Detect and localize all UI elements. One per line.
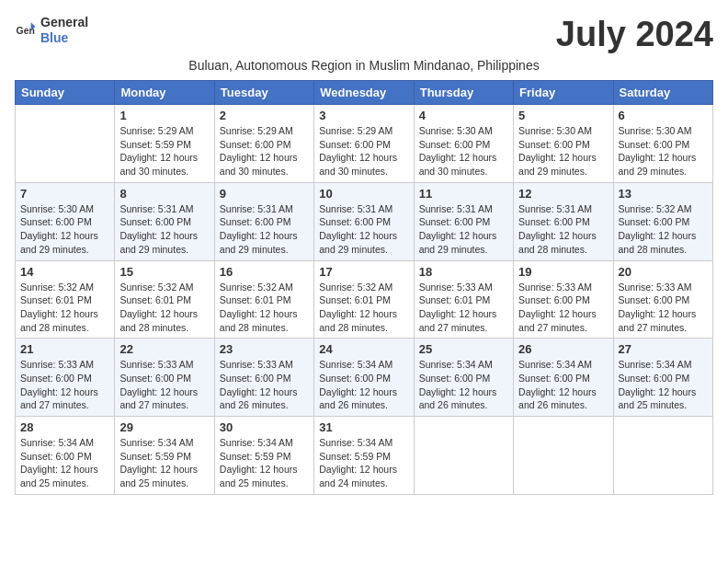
calendar-header-monday: Monday [115, 81, 214, 105]
day-info: Sunrise: 5:34 AM Sunset: 5:59 PM Dayligh… [119, 436, 209, 490]
logo-text: General Blue [40, 15, 88, 46]
day-info: Sunrise: 5:33 AM Sunset: 6:00 PM Dayligh… [119, 358, 209, 412]
page-header: Gen General Blue July 2024 [15, 15, 713, 54]
day-number: 28 [20, 420, 109, 434]
calendar-week-row: 28Sunrise: 5:34 AM Sunset: 6:00 PM Dayli… [16, 417, 713, 495]
calendar-header-saturday: Saturday [613, 81, 712, 105]
day-number: 27 [619, 342, 708, 356]
table-row: 21Sunrise: 5:33 AM Sunset: 6:00 PM Dayli… [16, 339, 115, 417]
table-row: 15Sunrise: 5:32 AM Sunset: 6:01 PM Dayli… [115, 260, 214, 339]
day-info: Sunrise: 5:32 AM Sunset: 6:01 PM Dayligh… [20, 281, 109, 335]
logo-line2: Blue [40, 30, 88, 46]
table-row: 4Sunrise: 5:30 AM Sunset: 6:00 PM Daylig… [414, 105, 513, 183]
table-row: 14Sunrise: 5:32 AM Sunset: 6:01 PM Dayli… [16, 260, 115, 339]
table-row: 3Sunrise: 5:29 AM Sunset: 6:00 PM Daylig… [314, 105, 414, 183]
day-info: Sunrise: 5:33 AM Sunset: 6:00 PM Dayligh… [518, 281, 608, 335]
day-number: 3 [319, 109, 408, 122]
day-info: Sunrise: 5:31 AM Sunset: 6:00 PM Dayligh… [220, 202, 309, 257]
day-number: 15 [119, 265, 209, 279]
logo: Gen General Blue [15, 15, 88, 46]
subtitle: Buluan, Autonomous Region in Muslim Mind… [15, 58, 713, 73]
day-info: Sunrise: 5:34 AM Sunset: 6:00 PM Dayligh… [419, 358, 508, 412]
day-info: Sunrise: 5:31 AM Sunset: 6:00 PM Dayligh… [419, 202, 508, 257]
table-row: 11Sunrise: 5:31 AM Sunset: 6:00 PM Dayli… [414, 182, 513, 260]
table-row: 18Sunrise: 5:33 AM Sunset: 6:01 PM Dayli… [414, 260, 513, 339]
day-info: Sunrise: 5:32 AM Sunset: 6:01 PM Dayligh… [220, 281, 309, 335]
day-number: 11 [419, 187, 508, 201]
table-row [613, 417, 712, 495]
table-row: 29Sunrise: 5:34 AM Sunset: 5:59 PM Dayli… [115, 417, 214, 495]
table-row: 20Sunrise: 5:33 AM Sunset: 6:00 PM Dayli… [613, 260, 712, 339]
day-number: 14 [20, 265, 109, 279]
table-row: 1Sunrise: 5:29 AM Sunset: 5:59 PM Daylig… [115, 105, 214, 183]
day-number: 31 [319, 420, 408, 434]
day-number: 13 [619, 187, 708, 201]
day-number: 7 [20, 187, 109, 201]
day-info: Sunrise: 5:33 AM Sunset: 6:01 PM Dayligh… [419, 281, 508, 335]
table-row: 26Sunrise: 5:34 AM Sunset: 6:00 PM Dayli… [514, 339, 613, 417]
day-number: 29 [119, 420, 209, 434]
logo-line1: General [40, 15, 88, 30]
table-row: 19Sunrise: 5:33 AM Sunset: 6:00 PM Dayli… [514, 260, 613, 339]
calendar-header-friday: Friday [514, 81, 613, 105]
day-info: Sunrise: 5:31 AM Sunset: 6:00 PM Dayligh… [518, 202, 608, 257]
day-info: Sunrise: 5:34 AM Sunset: 6:00 PM Dayligh… [319, 358, 408, 412]
table-row: 7Sunrise: 5:30 AM Sunset: 6:00 PM Daylig… [16, 182, 115, 260]
day-info: Sunrise: 5:30 AM Sunset: 6:00 PM Dayligh… [518, 124, 608, 178]
table-row: 6Sunrise: 5:30 AM Sunset: 6:00 PM Daylig… [613, 105, 712, 183]
day-info: Sunrise: 5:34 AM Sunset: 5:59 PM Dayligh… [319, 436, 408, 490]
day-number: 1 [119, 109, 209, 122]
calendar-week-row: 1Sunrise: 5:29 AM Sunset: 5:59 PM Daylig… [16, 105, 713, 183]
day-number: 25 [419, 342, 508, 356]
day-info: Sunrise: 5:33 AM Sunset: 6:00 PM Dayligh… [220, 358, 309, 412]
table-row: 5Sunrise: 5:30 AM Sunset: 6:00 PM Daylig… [514, 105, 613, 183]
day-number: 16 [220, 265, 309, 279]
calendar-week-row: 14Sunrise: 5:32 AM Sunset: 6:01 PM Dayli… [16, 260, 713, 339]
month-title: July 2024 [556, 15, 713, 54]
day-info: Sunrise: 5:32 AM Sunset: 6:01 PM Dayligh… [319, 281, 408, 335]
day-number: 6 [619, 109, 708, 122]
table-row: 8Sunrise: 5:31 AM Sunset: 6:00 PM Daylig… [115, 182, 214, 260]
table-row: 17Sunrise: 5:32 AM Sunset: 6:01 PM Dayli… [314, 260, 414, 339]
table-row: 10Sunrise: 5:31 AM Sunset: 6:00 PM Dayli… [314, 182, 414, 260]
day-info: Sunrise: 5:33 AM Sunset: 6:00 PM Dayligh… [619, 281, 708, 335]
table-row: 13Sunrise: 5:32 AM Sunset: 6:00 PM Dayli… [613, 182, 712, 260]
day-info: Sunrise: 5:32 AM Sunset: 6:00 PM Dayligh… [619, 202, 708, 257]
calendar-header-row: SundayMondayTuesdayWednesdayThursdayFrid… [16, 81, 713, 105]
day-number: 4 [419, 109, 508, 122]
day-number: 21 [20, 342, 109, 356]
day-number: 2 [220, 109, 309, 122]
day-info: Sunrise: 5:34 AM Sunset: 6:00 PM Dayligh… [518, 358, 608, 412]
day-info: Sunrise: 5:30 AM Sunset: 6:00 PM Dayligh… [419, 124, 508, 178]
table-row: 23Sunrise: 5:33 AM Sunset: 6:00 PM Dayli… [214, 339, 313, 417]
day-number: 19 [518, 265, 608, 279]
day-number: 5 [518, 109, 608, 122]
table-row: 27Sunrise: 5:34 AM Sunset: 6:00 PM Dayli… [613, 339, 712, 417]
calendar-header-thursday: Thursday [414, 81, 513, 105]
day-number: 9 [220, 187, 309, 201]
day-number: 20 [619, 265, 708, 279]
table-row: 28Sunrise: 5:34 AM Sunset: 6:00 PM Dayli… [16, 417, 115, 495]
day-info: Sunrise: 5:31 AM Sunset: 6:00 PM Dayligh… [119, 202, 209, 257]
calendar-header-sunday: Sunday [16, 81, 115, 105]
table-row: 16Sunrise: 5:32 AM Sunset: 6:01 PM Dayli… [214, 260, 313, 339]
table-row [16, 105, 115, 183]
table-row: 31Sunrise: 5:34 AM Sunset: 5:59 PM Dayli… [314, 417, 414, 495]
day-info: Sunrise: 5:29 AM Sunset: 6:00 PM Dayligh… [319, 124, 408, 178]
day-info: Sunrise: 5:29 AM Sunset: 5:59 PM Dayligh… [119, 124, 209, 178]
day-info: Sunrise: 5:32 AM Sunset: 6:01 PM Dayligh… [119, 281, 209, 335]
day-number: 8 [119, 187, 209, 201]
table-row: 9Sunrise: 5:31 AM Sunset: 6:00 PM Daylig… [214, 182, 313, 260]
table-row: 30Sunrise: 5:34 AM Sunset: 5:59 PM Dayli… [214, 417, 313, 495]
table-row: 24Sunrise: 5:34 AM Sunset: 6:00 PM Dayli… [314, 339, 414, 417]
table-row: 22Sunrise: 5:33 AM Sunset: 6:00 PM Dayli… [115, 339, 214, 417]
day-info: Sunrise: 5:34 AM Sunset: 6:00 PM Dayligh… [20, 436, 109, 490]
day-info: Sunrise: 5:29 AM Sunset: 6:00 PM Dayligh… [220, 124, 309, 178]
calendar-week-row: 7Sunrise: 5:30 AM Sunset: 6:00 PM Daylig… [16, 182, 713, 260]
day-info: Sunrise: 5:34 AM Sunset: 6:00 PM Dayligh… [619, 358, 708, 412]
day-number: 17 [319, 265, 408, 279]
calendar-header-wednesday: Wednesday [314, 81, 414, 105]
day-number: 18 [419, 265, 508, 279]
day-info: Sunrise: 5:30 AM Sunset: 6:00 PM Dayligh… [619, 124, 708, 178]
day-info: Sunrise: 5:31 AM Sunset: 6:00 PM Dayligh… [319, 202, 408, 257]
